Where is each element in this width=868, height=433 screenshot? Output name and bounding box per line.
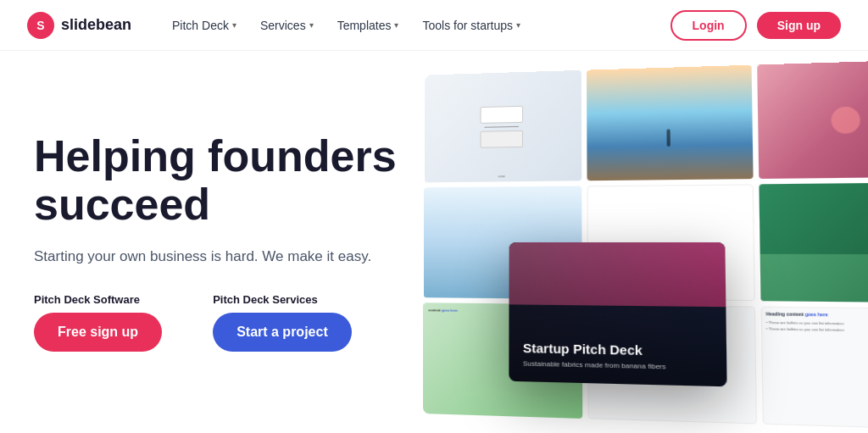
slide-thumb: nere xyxy=(425,69,581,182)
nav-item-pitch-deck[interactable]: Pitch Deck ▾ xyxy=(162,14,247,37)
hero-right: nere xyxy=(424,51,868,433)
featured-slide-title: Startup Pitch Deck xyxy=(523,340,712,359)
nav-item-services[interactable]: Services ▾ xyxy=(250,14,324,37)
logo[interactable]: S slidebean xyxy=(27,12,131,39)
signup-button[interactable]: Sign up xyxy=(757,12,841,39)
cta-label-services: Pitch Deck Services xyxy=(213,293,352,306)
free-signup-button[interactable]: Free sign up xyxy=(34,313,162,352)
slide-thumb: Heading content goes here • These are bu… xyxy=(761,306,868,430)
chevron-down-icon: ▾ xyxy=(394,20,398,30)
nav-item-templates[interactable]: Templates ▾ xyxy=(327,14,409,37)
hero-heading: Helping founders succeed xyxy=(34,132,424,229)
chevron-down-icon: ▾ xyxy=(309,20,314,30)
slide-thumb xyxy=(758,59,868,179)
chevron-down-icon: ▾ xyxy=(516,20,520,30)
hero-left: Helping founders succeed Starting your o… xyxy=(34,132,424,352)
brand-name: slidebean xyxy=(61,16,131,34)
chevron-down-icon: ▾ xyxy=(232,20,236,30)
hero-ctas: Pitch Deck Software Free sign up Pitch D… xyxy=(34,293,424,352)
slide-thumb xyxy=(760,182,868,302)
slide-thumb xyxy=(587,64,754,180)
navbar: S slidebean Pitch Deck ▾ Services ▾ Temp… xyxy=(0,0,868,51)
start-project-button[interactable]: Start a project xyxy=(213,313,352,352)
slides-collage: nere xyxy=(423,59,868,430)
hero-section: Helping founders succeed Starting your o… xyxy=(0,51,868,433)
logo-icon: S xyxy=(27,12,54,39)
nav-links: Pitch Deck ▾ Services ▾ Templates ▾ Tool… xyxy=(162,14,670,37)
nav-item-tools[interactable]: Tools for startups ▾ xyxy=(412,14,531,37)
featured-slide: Startup Pitch Deck Sustainable fabrics m… xyxy=(509,242,726,386)
cta-group-software: Pitch Deck Software Free sign up xyxy=(34,293,162,352)
featured-slide-content: Startup Pitch Deck Sustainable fabrics m… xyxy=(523,340,712,371)
login-button[interactable]: Login xyxy=(670,10,747,41)
cta-group-services: Pitch Deck Services Start a project xyxy=(213,293,352,352)
cta-label-software: Pitch Deck Software xyxy=(34,293,162,306)
hero-subtext: Starting your own business is hard. We m… xyxy=(34,246,424,268)
nav-actions: Login Sign up xyxy=(670,10,841,41)
